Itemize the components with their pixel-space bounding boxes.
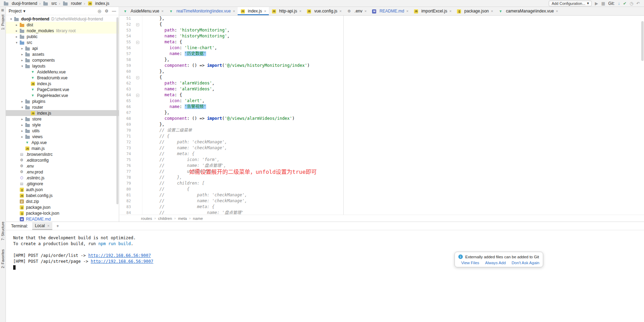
- chevron-right-icon[interactable]: ▸: [20, 117, 25, 121]
- close-icon[interactable]: ×: [264, 9, 266, 13]
- fold-minus-icon[interactable]: [136, 23, 139, 26]
- chevron-right-icon[interactable]: ▸: [20, 59, 25, 62]
- tool-window-icon[interactable]: ▦: [1, 8, 4, 12]
- code-line[interactable]: 81 // path: 'checkManage',: [120, 192, 644, 198]
- run-icon[interactable]: ▶: [595, 1, 598, 6]
- code-line[interactable]: 71 // {: [120, 133, 644, 139]
- code-line[interactable]: 56 icon: 'line-chart',: [120, 45, 644, 51]
- tree-item[interactable]: Breadcrumb.vue: [6, 75, 119, 81]
- code-line[interactable]: 80 // {: [120, 186, 644, 192]
- editor-tab[interactable]: AsideMenu.vue×: [120, 7, 166, 15]
- editor-tab[interactable]: cameraManage\index.vue×: [495, 7, 561, 15]
- tree-item[interactable]: ▸components: [6, 57, 119, 63]
- chevron-down-icon[interactable]: ▾: [20, 106, 25, 109]
- code-line[interactable]: 61 {: [120, 74, 644, 80]
- tree-item[interactable]: .env: [6, 163, 119, 169]
- chevron-down-icon[interactable]: ▾: [9, 17, 14, 21]
- code-line[interactable]: 55 meta: {: [120, 39, 644, 45]
- close-icon[interactable]: ×: [299, 9, 301, 13]
- terminal-link[interactable]: http://192.168.66.56:9007: [91, 259, 153, 264]
- close-icon[interactable]: ×: [339, 9, 342, 13]
- tree-item[interactable]: PageContent.vue: [6, 87, 119, 92]
- code-line[interactable]: 63 name: 'alarmVideos',: [120, 86, 644, 92]
- code-line[interactable]: 58 },: [120, 57, 644, 63]
- git-update-icon[interactable]: ↓: [618, 1, 620, 6]
- tree-item[interactable]: ▸api: [6, 45, 119, 51]
- fold-icon[interactable]: [133, 74, 142, 80]
- chevron-down-icon[interactable]: ▾: [20, 64, 25, 68]
- tree-item[interactable]: .eslintrc.js: [6, 175, 119, 181]
- tree-item[interactable]: index.js: [6, 110, 119, 116]
- terminal-output[interactable]: Note that the development build is not o…: [6, 230, 644, 270]
- tree-item[interactable]: babel.config.js: [6, 193, 119, 198]
- tool-button-project[interactable]: 1: Project: [1, 15, 5, 30]
- code-line[interactable]: 57 name: '历史数据': [120, 51, 644, 57]
- tree-item[interactable]: ▾duoji-frontendD:\zheheWeb\duoji-fronten…: [6, 16, 119, 22]
- chevron-down-icon[interactable]: ▾: [14, 41, 19, 44]
- tree-item[interactable]: ▸plugins: [6, 98, 119, 104]
- code-line[interactable]: 75 // icon: 'form',: [120, 157, 644, 163]
- tree-item[interactable]: ▸dist: [6, 22, 119, 28]
- chevron-right-icon[interactable]: ▸: [14, 29, 19, 33]
- tree-item[interactable]: App.vue: [6, 140, 119, 145]
- tree-item[interactable]: ▾src: [6, 39, 119, 45]
- tree-item[interactable]: .browserslistrc: [6, 151, 119, 157]
- tree-item[interactable]: ▸store: [6, 116, 119, 122]
- chevron-right-icon[interactable]: ▸: [20, 47, 25, 50]
- tool-button-structure[interactable]: 7: Structure: [1, 222, 5, 240]
- close-icon[interactable]: ×: [491, 9, 493, 13]
- code-line[interactable]: 70 // 设置二级菜单: [120, 127, 644, 133]
- code-line[interactable]: 51 },: [120, 16, 644, 21]
- tree-item[interactable]: ▸assets: [6, 51, 119, 57]
- fold-icon[interactable]: [133, 21, 142, 27]
- tree-item[interactable]: auth.json: [6, 187, 119, 193]
- fold-minus-icon[interactable]: [136, 41, 139, 44]
- debug-icon[interactable]: ▦: [601, 1, 605, 6]
- code-line[interactable]: 67 },: [120, 110, 644, 116]
- editor-tab[interactable]: vue.config.js×: [304, 7, 344, 15]
- fold-icon[interactable]: [133, 92, 142, 98]
- tree-item[interactable]: package-lock.json: [6, 210, 119, 216]
- chevron-right-icon[interactable]: ▸: [14, 23, 19, 27]
- editor-tab[interactable]: .env×: [344, 7, 369, 15]
- tree-item[interactable]: PageHeader.vue: [6, 92, 119, 98]
- code-line[interactable]: 52 {: [120, 21, 644, 27]
- editor-tab[interactable]: index.js×: [238, 7, 269, 15]
- code-line[interactable]: 79 // children: [: [120, 180, 644, 186]
- editor-tab[interactable]: README.md×: [369, 7, 411, 15]
- code-line[interactable]: 72 // path: 'checkManage',: [120, 139, 644, 145]
- tree-item[interactable]: ▾router: [6, 104, 119, 110]
- tree-item[interactable]: ▸node_moduleslibrary root: [6, 28, 119, 34]
- code-line[interactable]: 74 // meta: {: [120, 151, 644, 157]
- fold-minus-icon[interactable]: [136, 94, 139, 97]
- fold-minus-icon[interactable]: [136, 76, 139, 79]
- code-line[interactable]: 84 // name: '盘点管理': [120, 210, 644, 215]
- code-line[interactable]: 66 name: '告警视频': [120, 104, 644, 110]
- tree-item[interactable]: ▸utils: [6, 128, 119, 134]
- chevron-right-icon[interactable]: ▸: [20, 129, 25, 133]
- chevron-right-icon[interactable]: ▸: [20, 123, 25, 127]
- locate-file-icon[interactable]: ◎: [98, 9, 101, 14]
- editor-breadcrumb-item[interactable]: meta: [178, 216, 187, 221]
- tree-item[interactable]: dist.zip: [6, 198, 119, 204]
- code-line[interactable]: 65 icon: 'alert',: [120, 98, 644, 104]
- tree-item[interactable]: AsideMenu.vue: [6, 69, 119, 75]
- hide-panel-icon[interactable]: —: [112, 9, 116, 14]
- chevron-right-icon[interactable]: ▸: [20, 135, 25, 138]
- code-line[interactable]: 62 path: 'alarmVideos',: [120, 80, 644, 86]
- tree-item[interactable]: ▸style: [6, 122, 119, 128]
- code-line[interactable]: 73 // name: 'checkManage',: [120, 145, 644, 151]
- tree-item[interactable]: ▾layouts: [6, 63, 119, 69]
- editor-tab[interactable]: package.json×: [454, 7, 495, 15]
- tree-item[interactable]: ▸views: [6, 134, 119, 140]
- tree-item[interactable]: .env.prod: [6, 169, 119, 175]
- close-icon[interactable]: ×: [556, 9, 558, 13]
- close-icon[interactable]: ×: [406, 9, 408, 13]
- tree-item[interactable]: .gitignore: [6, 181, 119, 187]
- editor-tab[interactable]: http-api.js×: [269, 7, 304, 15]
- editor-breadcrumb-item[interactable]: routes: [141, 216, 152, 221]
- close-icon[interactable]: ×: [449, 9, 451, 13]
- chevron-right-icon[interactable]: ▸: [20, 100, 25, 103]
- editor-tab[interactable]: importExcel.js×: [411, 7, 454, 15]
- tree-item[interactable]: index.js: [6, 81, 119, 87]
